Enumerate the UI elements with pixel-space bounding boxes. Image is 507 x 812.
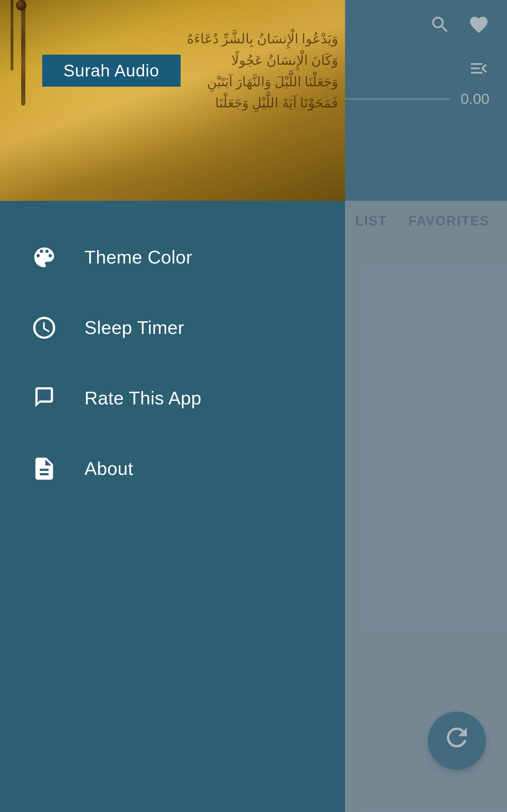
rate-app-label: Rate This App	[84, 388, 201, 409]
menu-item-theme-color[interactable]: Theme Color	[0, 222, 345, 292]
about-label: About	[84, 458, 133, 479]
drawer-surah-badge: Surah Audio	[42, 55, 181, 87]
menu-list: Theme Color Sleep Timer Rate This App	[0, 201, 345, 525]
menu-item-rate-app[interactable]: Rate This App	[0, 363, 345, 433]
about-icon	[28, 453, 60, 484]
theme-color-icon	[28, 241, 60, 273]
drawer-overlay[interactable]	[345, 0, 507, 812]
menu-item-about[interactable]: About	[0, 433, 345, 504]
sleep-timer-label: Sleep Timer	[84, 317, 184, 338]
sleep-timer-icon	[28, 312, 60, 343]
side-drawer: وَيَدْعُوا الْإِنسَانُ بِالشَّرِّ دُعَاء…	[0, 0, 345, 812]
drawer-header-image: وَيَدْعُوا الْإِنسَانُ بِالشَّرِّ دُعَاء…	[0, 0, 345, 201]
menu-item-sleep-timer[interactable]: Sleep Timer	[0, 292, 345, 363]
rate-app-icon	[28, 382, 60, 414]
theme-color-label: Theme Color	[84, 247, 192, 268]
